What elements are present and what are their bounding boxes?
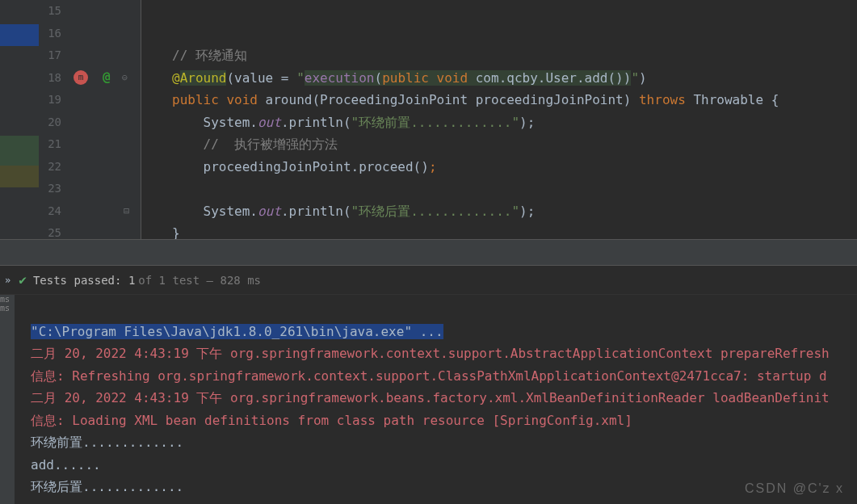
field-out: out	[258, 115, 281, 130]
semicolon: ;	[429, 159, 437, 174]
check-icon: ✔	[19, 272, 27, 288]
gutter-icons-row: m @ ⊖	[69, 66, 141, 88]
keyword-throws: throws	[639, 92, 686, 107]
line-number: 17	[39, 44, 61, 67]
watermark: CSDN @C'z x	[745, 481, 844, 496]
line-number-gutter: 1516171819202122232425	[39, 0, 69, 239]
pointcut-paren: (	[374, 70, 382, 86]
code-text: System.	[204, 204, 258, 219]
line-number: 24	[39, 200, 61, 223]
console-log-line: 信息: Refreshing org.springframework.conte…	[31, 368, 827, 384]
pointcut-signature: com.qcby.User.add()	[468, 70, 624, 86]
gutter-icons-row: ⊟	[69, 200, 141, 221]
line-number: 21	[39, 133, 61, 156]
closing-brace: }	[172, 225, 180, 239]
comment: // 执行被增强的方法	[204, 136, 338, 152]
tab-label[interactable]: ms	[0, 295, 15, 304]
code-text: .println(	[281, 204, 351, 219]
panel-separator[interactable]	[0, 239, 857, 266]
code-editor[interactable]: // 环绕通知 @Around(value = "execution(publi…	[141, 0, 857, 239]
field-out: out	[258, 204, 281, 219]
console-output[interactable]: "C:\Program Files\Java\jdk1.8.0_261\bin\…	[15, 295, 857, 504]
comment: // 环绕通知	[172, 48, 247, 63]
code-text: proceedingJoinPoint.proceed()	[204, 159, 429, 174]
pointcut-paren: )	[624, 70, 632, 86]
line-number: 22	[39, 156, 61, 178]
mark-vcs-change	[0, 166, 39, 187]
code-text: System.	[204, 115, 258, 130]
editor-area: 1516171819202122232425 m @ ⊖ ⊟ // 环绕通知 @…	[0, 0, 857, 239]
code-text: );	[519, 204, 535, 219]
gutter-icon-column: m @ ⊖ ⊟	[69, 0, 141, 239]
method-name: around	[258, 92, 312, 107]
keyword-void: void	[219, 92, 258, 107]
console-log-line: 信息: Loading XML bean definitions from cl…	[31, 413, 632, 428]
method-params: (ProceedingJoinPoint proceedingJoinPoint…	[312, 92, 639, 107]
line-number: 25	[39, 222, 61, 245]
annotation-icon[interactable]: @	[103, 69, 111, 85]
code-text: );	[519, 115, 535, 130]
fold-icon[interactable]: ⊖	[122, 72, 128, 83]
string-literal: "环绕前置............."	[351, 115, 520, 130]
tab-label[interactable]: ms	[0, 304, 15, 313]
console-stdout-line: add......	[31, 457, 101, 472]
console-area: ms ms "C:\Program Files\Java\jdk1.8.0_26…	[0, 295, 857, 504]
code-text: )	[639, 70, 647, 86]
pointcut-modifiers: public void	[382, 70, 468, 86]
line-number: 19	[39, 89, 61, 111]
string-quote: "	[631, 70, 639, 86]
tests-detail-label: of 1 test – 828 ms	[138, 274, 261, 287]
pointcut-execution: execution	[305, 70, 375, 86]
line-number: 18	[39, 67, 61, 90]
console-stdout-line: 环绕前置.............	[31, 435, 183, 450]
aop-icon[interactable]: m	[74, 70, 88, 85]
test-status-bar: » ✔ Tests passed: 1 of 1 test – 828 ms	[0, 266, 857, 295]
line-number: 15	[39, 0, 61, 23]
code-text: (value =	[226, 70, 296, 86]
left-gutter-marks	[0, 0, 39, 239]
keyword-public: public	[172, 92, 219, 107]
throws-type: Throwable {	[686, 92, 779, 107]
string-literal: "环绕后置............."	[351, 204, 520, 219]
code-text: .println(	[281, 115, 351, 130]
console-log-line: 二月 20, 2022 4:43:19 下午 org.springframewo…	[31, 390, 830, 405]
fold-close-icon[interactable]: ⊟	[124, 205, 129, 216]
annotation-name: Around	[180, 70, 227, 86]
mark-vcs-change	[0, 136, 39, 158]
line-number: 23	[39, 178, 61, 200]
mark-current-line	[0, 24, 39, 46]
console-command: "C:\Program Files\Java\jdk1.8.0_261\bin\…	[31, 324, 443, 339]
annotation-at: @	[172, 70, 180, 86]
tests-passed-label: Tests passed: 1	[33, 274, 135, 287]
line-number: 20	[39, 111, 61, 134]
expand-icon[interactable]: »	[5, 275, 11, 286]
console-log-line: 二月 20, 2022 4:43:19 下午 org.springframewo…	[31, 346, 830, 361]
console-left-tabs: ms ms	[0, 295, 15, 504]
console-stdout-line: 环绕后置.............	[31, 479, 183, 494]
string-quote: "	[296, 70, 305, 86]
line-number: 16	[39, 23, 61, 45]
